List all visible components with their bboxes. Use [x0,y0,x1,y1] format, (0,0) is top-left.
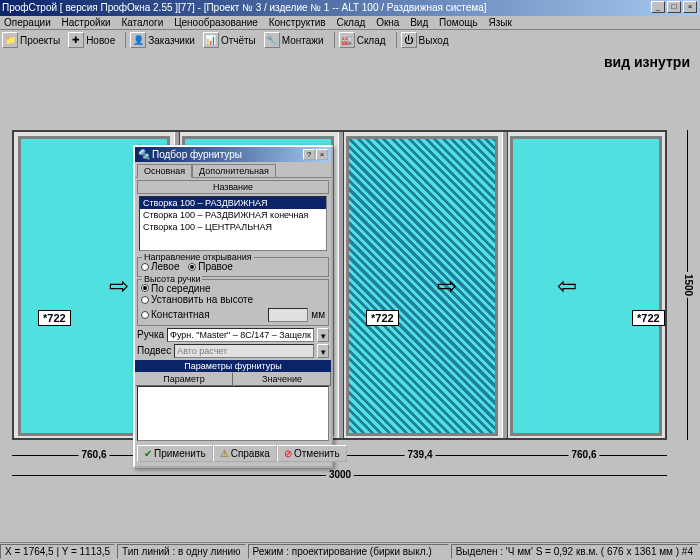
menubar: Операции Настройки Каталоги Ценообразова… [0,16,700,30]
list-item[interactable]: Створка 100 – ЦЕНТРАЛЬНАЯ [140,221,326,233]
frame-divider [502,132,508,438]
col-value[interactable]: Значение [233,372,331,386]
sash-4[interactable]: ⇦ [510,136,662,436]
new-label: Новое [86,35,115,46]
warning-icon: ⚠ [220,448,229,459]
menu-settings[interactable]: Настройки [62,17,111,28]
reports-icon[interactable]: 📊 [203,32,219,48]
customers-label: Заказчики [148,35,195,46]
menu-windows[interactable]: Окна [376,17,399,28]
warehouse-label: Склад [357,35,386,46]
warehouse-icon[interactable]: 🏭 [339,32,355,48]
menu-sklad[interactable]: Склад [336,17,365,28]
dialog-icon: 🔩 [138,147,150,162]
menu-ops[interactable]: Операции [4,17,51,28]
dropdown-icon[interactable]: ▾ [317,344,329,358]
close-button[interactable]: × [683,1,697,13]
menu-catalogs[interactable]: Каталоги [121,17,163,28]
tab-additional[interactable]: Дополнительная [192,164,276,177]
dim-balloon: *722 [632,310,665,326]
group-title: Высота ручки [142,274,202,284]
projects-label: Проекты [20,35,60,46]
handle-select[interactable] [167,328,314,342]
dim-value: 760,6 [568,449,599,460]
param-list[interactable] [137,386,329,441]
status-selection: Выделен : 'Ч мм' S = 0,92 кв.м. ( 676 x … [451,544,698,559]
status-mode: Режим : проектирование (бирки выкл.) [248,544,449,559]
apply-button[interactable]: ✔Применить [137,445,213,462]
arrow-right-icon: ⇨ [437,272,457,300]
menu-view[interactable]: Вид [410,17,428,28]
list-header[interactable]: Название [137,180,329,194]
mm-label: мм [311,309,325,320]
handle-label: Ручка [137,329,164,340]
dim-total: 3000 [326,469,354,480]
install-icon[interactable]: 🔧 [264,32,280,48]
hanger-select[interactable] [174,344,314,358]
radio-setheight[interactable]: Установить на высоте [141,294,253,305]
tab-main[interactable]: Основная [137,164,192,178]
list-item[interactable]: Створка 100 – РАЗДВИЖНАЯ конечная [140,209,326,221]
new-icon[interactable]: ✚ [68,32,84,48]
app-titlebar: ПрофСтрой [ версия ПрофОкна 2.55 ][77] -… [0,0,700,16]
hanger-label: Подвес [137,345,171,356]
help-button[interactable]: ⚠Справка [213,445,277,462]
dim-balloon: *722 [366,310,399,326]
exit-label: Выход [419,35,449,46]
frame-divider [338,132,344,438]
dim-value: 739,4 [404,449,435,460]
check-icon: ✔ [144,448,152,459]
projects-icon[interactable]: 📁 [2,32,18,48]
view-label: вид изнутри [604,54,690,70]
dim-height: 1500 [683,272,694,298]
radio-const[interactable]: Константная [141,309,210,320]
dropdown-icon[interactable]: ▾ [317,328,329,342]
radio-right[interactable]: Правое [188,261,233,272]
group-title: Направление открывания [142,252,254,262]
drawing-canvas[interactable]: вид изнутри ⇨ ⇨ ⇦ *722 *722 *722 760,6 7… [0,50,700,542]
handle-group: Высота ручки По середине Установить на в… [137,279,329,326]
window-frame: ⇨ ⇨ ⇦ [12,130,667,440]
hardware-dialog: 🔩Подбор фурнитуры ? × Основная Дополните… [133,145,333,468]
list-item[interactable]: Створка 100 – РАЗДВИЖНАЯ [140,197,326,209]
status-xy: X = 1764,5 | Y = 1113,5 [0,544,115,559]
reports-label: Отчёты [221,35,256,46]
cancel-icon: ⊘ [284,448,292,459]
menu-pricing[interactable]: Ценообразование [174,17,258,28]
param-columns: Параметр Значение [135,372,331,386]
menu-help[interactable]: Помощь [439,17,478,28]
dim-balloon: *722 [38,310,71,326]
minimize-button[interactable]: _ [651,1,665,13]
install-label: Монтажи [282,35,324,46]
arrow-left-icon: ⇦ [557,272,577,300]
param-header: Параметры фурнитуры [135,360,331,372]
dialog-help-button[interactable]: ? [303,149,315,160]
dialog-title: Подбор фурнитуры [152,147,242,162]
sash-3-selected[interactable]: ⇨ [346,136,498,436]
maximize-button[interactable]: □ [667,1,681,13]
status-bar: X = 1764,5 | Y = 1113,5 Тип линий : в од… [0,542,700,560]
radio-left[interactable]: Левое [141,261,179,272]
arrow-right-icon: ⇨ [109,272,129,300]
height-input [268,308,308,322]
status-linetype: Тип линий : в одну линию [117,544,246,559]
col-param[interactable]: Параметр [135,372,233,386]
radio-mid[interactable]: По середине [141,283,211,294]
menu-construct[interactable]: Конструктив [269,17,326,28]
customers-icon[interactable]: 👤 [130,32,146,48]
exit-icon[interactable]: ⏻ [401,32,417,48]
toolbar-1: 📁Проекты ✚Новое 👤Заказчики 📊Отчёты 🔧Монт… [0,30,700,51]
menu-lang[interactable]: Язык [488,17,511,28]
dialog-close-button[interactable]: × [316,149,328,160]
cancel-button[interactable]: ⊘Отменить [277,445,347,462]
app-title: ПрофСтрой [ версия ПрофОкна 2.55 ][77] -… [2,0,486,16]
sash-list[interactable]: Створка 100 – РАЗДВИЖНАЯ Створка 100 – Р… [139,196,327,251]
dim-value: 760,6 [78,449,109,460]
dialog-titlebar[interactable]: 🔩Подбор фурнитуры ? × [135,147,331,162]
